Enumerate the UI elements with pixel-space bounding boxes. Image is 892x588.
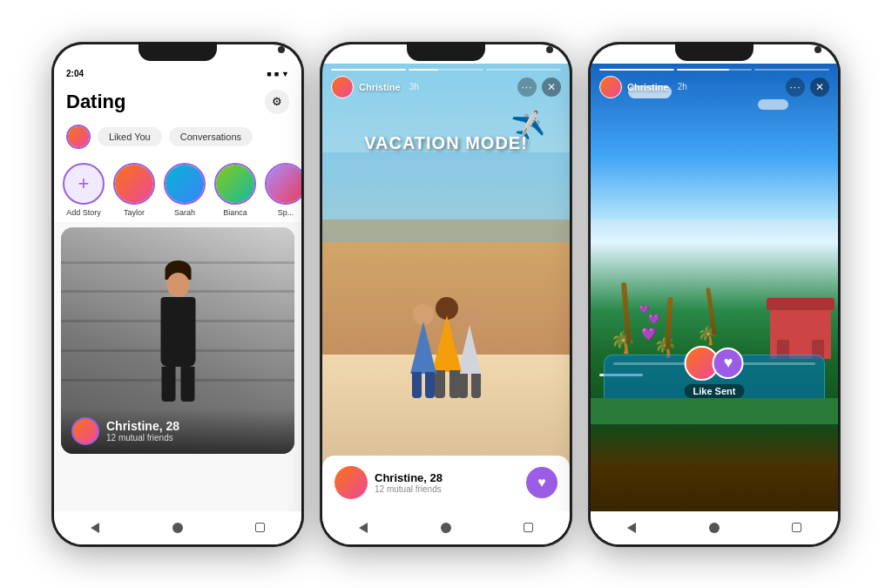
phone-2-camera xyxy=(546,46,553,53)
story-taylor-label: Taylor xyxy=(124,208,145,217)
palm-tree-1: 🌴 xyxy=(617,282,636,355)
nav-home-button[interactable] xyxy=(168,518,187,537)
woman-2-figure xyxy=(432,297,462,398)
p3-story-header-actions: ··· ✕ xyxy=(786,78,829,97)
p3-progress-fill-2 xyxy=(677,69,729,71)
p3-more-icon: ··· xyxy=(789,81,801,93)
story-beach-background: VACATION MODE! ✈️ xyxy=(322,64,570,511)
avatar-taylor-img xyxy=(115,165,153,203)
like-sent-heart-icon: ♥ xyxy=(713,348,744,379)
p3-close-icon: ✕ xyxy=(815,81,824,93)
nav-back-button[interactable] xyxy=(85,518,105,537)
heart-icon: ♥ xyxy=(537,475,546,490)
phone-3-notch xyxy=(675,42,753,61)
nav-recents-button[interactable] xyxy=(251,518,270,537)
woman-1-figure xyxy=(410,304,436,398)
status-icons: ■ ■ ▼ xyxy=(267,70,289,78)
stories-row: + Add Story Taylor Sarah xyxy=(54,156,301,222)
recents-icon-3 xyxy=(792,523,801,532)
recents-icon-2 xyxy=(524,523,533,532)
phone-2: VACATION MODE! ✈️ Chri xyxy=(320,42,572,547)
story-avatar-sp[interactable] xyxy=(265,163,301,205)
progress-bar-2 xyxy=(409,69,483,71)
story-user-info: Christine 3h xyxy=(331,76,419,98)
resort-background: 🌴 🌴 🌴 💜 💜 xyxy=(591,64,838,511)
story-card-person-name: Christine, 28 xyxy=(375,471,443,484)
add-story-label: Add Story xyxy=(66,208,101,217)
heart-bubble-3: 💜 xyxy=(639,305,649,314)
story-card-mutual: 12 mutual friends xyxy=(375,484,443,494)
story-user-row: Christine 3h ··· ✕ xyxy=(331,76,561,98)
heart-bubble-2: 💜 xyxy=(648,314,660,325)
women-group-figures xyxy=(410,297,482,398)
story-avatar-bianca[interactable] xyxy=(214,163,256,205)
nav-home-button-2[interactable] xyxy=(436,518,456,537)
back-icon xyxy=(91,523,99,533)
story-avatar-sarah[interactable] xyxy=(164,163,206,205)
ocean xyxy=(322,152,570,242)
card-info-overlay: Christine, 28 12 mutual friends xyxy=(61,409,294,454)
app-header: Dating ⚙ xyxy=(54,84,301,121)
story-poster-name: Christine xyxy=(359,82,401,92)
story-like-button[interactable]: ♥ xyxy=(526,467,558,498)
card-mutual-friends: 12 mutual friends xyxy=(106,433,179,443)
nav-back-button-2[interactable] xyxy=(354,518,373,537)
liked-you-tab[interactable]: Liked You xyxy=(98,127,162,146)
add-story-item[interactable]: + Add Story xyxy=(63,163,105,217)
story-header-actions: ··· ✕ xyxy=(517,78,561,97)
p3-progress-bar-2 xyxy=(677,69,752,71)
palm-tree-2: 🌴 xyxy=(660,297,677,359)
like-sent-overlay: ♥ Like Sent xyxy=(685,346,745,398)
floating-hearts: 💜 💜 💜 xyxy=(641,326,656,341)
add-story-button[interactable]: + xyxy=(63,163,105,205)
nav-recents-button-3[interactable] xyxy=(787,518,807,537)
nav-recents-button-2[interactable] xyxy=(519,518,538,537)
progress-bar-3 xyxy=(486,69,561,71)
cloud-2 xyxy=(758,99,788,110)
phone-1-screen-container: 2:04 ■ ■ ▼ Dating ⚙ Liked You xyxy=(54,44,301,544)
progress-fill-2 xyxy=(409,69,438,71)
like-sent-avatars: ♥ xyxy=(685,346,744,381)
avatar-image xyxy=(68,126,89,147)
story-card-avatar xyxy=(334,466,368,499)
resort-building xyxy=(770,307,831,359)
nav-home-button-3[interactable] xyxy=(705,518,724,537)
story-bottom-card: Christine, 28 12 mutual friends ♥ xyxy=(322,456,570,511)
phone-2-nav xyxy=(322,511,570,544)
heart-bubble-1: 💜 xyxy=(641,327,656,341)
app-title: Dating xyxy=(66,91,125,113)
phone-1-nav xyxy=(54,511,301,544)
phone-2-notch xyxy=(407,42,485,61)
p3-progress-bar-3 xyxy=(754,69,829,71)
phone-3-screen-container: 🌴 🌴 🌴 💜 💜 xyxy=(591,44,838,544)
status-bar: 2:04 ■ ■ ▼ xyxy=(54,64,301,84)
phone-1: 2:04 ■ ■ ▼ Dating ⚙ Liked You xyxy=(51,42,304,547)
story-close-button[interactable]: ✕ xyxy=(542,78,561,97)
card-avatar xyxy=(71,417,99,445)
p3-story-close-button[interactable]: ✕ xyxy=(810,78,829,97)
card-person-name: Christine, 28 xyxy=(106,419,179,433)
story-sarah[interactable]: Sarah xyxy=(164,163,206,217)
p3-story-post-time: 2h xyxy=(678,82,687,91)
story-avatar-taylor[interactable] xyxy=(113,163,155,205)
user-avatar-tab[interactable] xyxy=(66,125,91,149)
tabs-row: Liked You Conversations xyxy=(54,121,301,156)
story-card-text: Christine, 28 12 mutual friends xyxy=(375,471,443,494)
story-progress-bars xyxy=(331,69,561,71)
back-icon-2 xyxy=(359,523,368,533)
p3-story-more-button[interactable]: ··· xyxy=(786,78,805,97)
story-more-button[interactable]: ··· xyxy=(517,78,537,97)
story-taylor[interactable]: Taylor xyxy=(113,163,155,217)
settings-button[interactable]: ⚙ xyxy=(265,90,289,114)
wifi-icon: ■ xyxy=(274,70,279,78)
nav-back-button-3[interactable] xyxy=(622,518,641,537)
story-bianca[interactable]: Bianca xyxy=(214,163,256,217)
profile-card[interactable]: Christine, 28 12 mutual friends xyxy=(61,227,294,454)
phone-1-notch xyxy=(139,42,217,61)
phone-3-nav xyxy=(591,511,838,544)
card-text-info: Christine, 28 12 mutual friends xyxy=(106,419,179,443)
conversations-tab[interactable]: Conversations xyxy=(169,127,253,146)
story-sp[interactable]: Sp... xyxy=(265,163,301,217)
p3-progress-bar-1 xyxy=(599,69,674,71)
recents-icon xyxy=(255,523,265,532)
